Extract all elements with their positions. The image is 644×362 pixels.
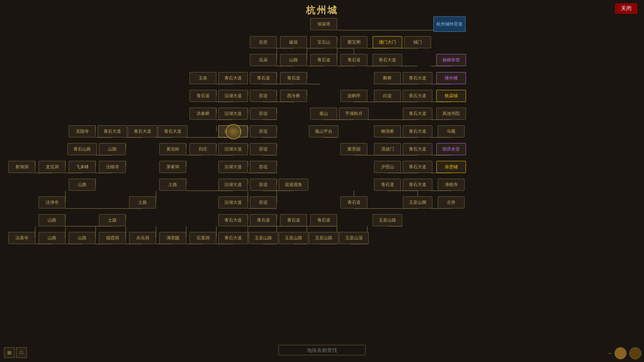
node-qingshidao4[interactable]: 青石道 xyxy=(250,72,277,84)
node-baoshishan[interactable]: 宝石山 xyxy=(310,36,337,48)
node-yanhuludadao3[interactable]: 沿湖大道 xyxy=(218,125,248,137)
node-duanqiao[interactable]: 断桥 xyxy=(374,72,401,84)
node-qingshidao10[interactable]: 青石道 xyxy=(280,214,307,226)
node-longhongdong[interactable]: 龙泓洞 xyxy=(39,161,65,173)
node-sudi2[interactable]: 苏堤 xyxy=(250,108,277,120)
node-shanlu5[interactable]: 山路 xyxy=(39,232,65,244)
node-yanhuludadao5[interactable]: 沿湖大道 xyxy=(218,161,248,173)
node-gushan[interactable]: 孤山 xyxy=(310,108,337,120)
node-xizhaoshan[interactable]: 夕照山 xyxy=(374,161,401,173)
node-fahisi[interactable]: 法喜寺 xyxy=(8,232,35,244)
node-yuhuangshanlu3[interactable]: 玉皇山路 xyxy=(279,232,308,244)
icon-box2[interactable]: □ xyxy=(16,347,27,358)
node-yuefen[interactable]: 岳坟 xyxy=(250,36,277,48)
node-qingshidao7[interactable]: 青石道 xyxy=(374,179,401,191)
node-tulu3[interactable]: 土路 xyxy=(99,214,126,226)
node-liulangqiao[interactable]: 柳浪桥 xyxy=(374,125,401,137)
node-sudi3[interactable]: 苏堤 xyxy=(250,125,277,137)
node-shuiledong[interactable]: 水乐洞 xyxy=(129,232,156,244)
node-lingyin[interactable]: 灵隐寺 xyxy=(69,125,96,137)
node-hangzhouwaiguandao[interactable]: 杭州城外官道 xyxy=(433,16,466,32)
node-qingshidadao1[interactable]: 青石大道 xyxy=(218,72,248,84)
node-qingshidadao11[interactable]: 青石大道 xyxy=(403,179,432,191)
node-gujing[interactable]: 古井 xyxy=(438,196,465,208)
node-shanlu2[interactable]: 山路 xyxy=(99,143,126,155)
node-hongchunqiao[interactable]: 洪春桥 xyxy=(190,108,216,120)
node-qingshidadao2[interactable]: 青石大道 xyxy=(403,72,432,84)
node-shanlu6[interactable]: 山路 xyxy=(69,232,96,244)
node-qingshidadao6[interactable]: 青石大道 xyxy=(128,125,157,137)
node-yuhuangshanlu2[interactable]: 玉皇山路 xyxy=(249,232,278,244)
node-yanxiadong[interactable]: 烟霞洞 xyxy=(99,232,126,244)
node-qingshidadao7[interactable]: 青石大道 xyxy=(158,125,187,137)
node-sudi1[interactable]: 苏堤 xyxy=(250,90,277,102)
node-huagangguanyu[interactable]: 花港观鱼 xyxy=(279,179,308,191)
node-qingshidao6[interactable]: 青石道 xyxy=(190,90,216,102)
node-qingbomen[interactable]: 清波门 xyxy=(374,143,401,155)
node-fanghetang[interactable]: 放鹤亭 xyxy=(340,90,367,102)
node-yongmendamen[interactable]: 涌门大门 xyxy=(373,36,402,48)
node-louwailou[interactable]: 楼外楼 xyxy=(436,72,466,84)
node-fajingsi2[interactable]: 法净寺 xyxy=(39,196,65,208)
node-qingshidadao12[interactable]: 青石大道 xyxy=(218,214,248,226)
close-button[interactable]: 关闭 xyxy=(615,3,637,14)
node-qingshishanlu[interactable]: 青石山路 xyxy=(67,143,97,155)
node-yuemiao[interactable]: 岳庙 xyxy=(250,54,277,66)
node-yuhuangshanlu4[interactable]: 玉皇山路 xyxy=(309,232,338,244)
node-shifangdong[interactable]: 石屋洞 xyxy=(190,232,216,244)
node-shanlu1[interactable]: 山路 xyxy=(280,54,307,66)
node-tulu2[interactable]: 土路 xyxy=(129,196,156,208)
node-qingshidao11[interactable]: 青石道 xyxy=(310,214,337,226)
node-yanhuludadao2[interactable]: 沿湖大道 xyxy=(218,108,248,120)
node-zahuo[interactable]: 杂货铺 xyxy=(436,161,466,173)
node-qingshidao2[interactable]: 青石道 xyxy=(340,54,367,66)
node-qingshidao8[interactable]: 青石道 xyxy=(340,196,367,208)
node-yuhuangshanji[interactable]: 玉皇山脚 xyxy=(403,196,432,208)
node-tiesuanzhen[interactable]: 铁蒜镇 xyxy=(436,90,466,102)
node-qingshidadao10[interactable]: 青石大道 xyxy=(403,161,432,173)
node-fengchishuyuan[interactable]: 凤池书院 xyxy=(436,108,466,120)
node-shanlu4[interactable]: 山路 xyxy=(39,214,65,226)
node-qingshidadao9[interactable]: 青石大道 xyxy=(403,143,432,155)
node-baosuta[interactable]: 保淑塔 xyxy=(310,18,337,30)
node-huqingyutang[interactable]: 胡庆余堂 xyxy=(436,143,466,155)
node-sudi6[interactable]: 苏堤 xyxy=(250,179,277,191)
icon-grid[interactable]: ⊞ xyxy=(4,347,15,358)
node-pinghuqiuyue[interactable]: 平湖秋月 xyxy=(339,108,369,120)
node-shanlu3[interactable]: 山路 xyxy=(69,179,96,191)
node-qingshidadao5[interactable]: 青石大道 xyxy=(98,125,127,137)
node-baidi[interactable]: 白堤 xyxy=(374,90,401,102)
node-sudi4[interactable]: 苏堤 xyxy=(250,143,277,155)
node-liuzhuang[interactable]: 刘庄 xyxy=(190,143,216,155)
node-qingshidao5[interactable]: 青石道 xyxy=(280,72,307,84)
node-feilaifeng[interactable]: 飞来峰 xyxy=(69,161,96,173)
node-chengmen[interactable]: 城门 xyxy=(404,36,431,48)
node-yuhuangshanlv[interactable]: 玉皇山路 xyxy=(373,214,402,226)
node-tulu1[interactable]: 土路 xyxy=(159,179,186,191)
node-jujingyuan[interactable]: 聚景园 xyxy=(340,143,367,155)
node-yanhuludadao7[interactable]: 沿湖大道 xyxy=(218,196,248,208)
node-mafang[interactable]: 马厩 xyxy=(438,125,465,137)
node-yanhuludadao4[interactable]: 沿湖大道 xyxy=(218,143,248,155)
node-jingcisi[interactable]: 净慈寺 xyxy=(438,179,465,191)
node-maojiakeng[interactable]: 茅家埠 xyxy=(159,161,186,173)
node-qingshidadao8[interactable]: 青石大道 xyxy=(403,125,432,137)
node-gushanplatform[interactable]: 孤山平台 xyxy=(309,125,338,137)
node-yanhuludadao1[interactable]: 沿湖大道 xyxy=(218,90,248,102)
node-xilengqiao[interactable]: 西泠桥 xyxy=(280,90,307,102)
node-yanhuludadao6[interactable]: 沿湖大道 xyxy=(218,179,248,191)
node-yangliucha[interactable]: 杨柳茶馆 xyxy=(436,54,466,66)
node-qingshidadao3[interactable]: 青石大道 xyxy=(403,90,432,102)
zoom-out[interactable]: − xyxy=(608,350,612,357)
node-sudi5[interactable]: 苏堤 xyxy=(250,161,277,173)
search-input[interactable] xyxy=(278,345,366,355)
node-qingshidao1[interactable]: 青石道 xyxy=(310,54,337,66)
node-manjueyuan[interactable]: 满觉陇 xyxy=(159,232,186,244)
node-sudi7[interactable]: 苏堤 xyxy=(250,196,277,208)
node-fajingsi[interactable]: 法镜寺 xyxy=(99,161,126,173)
node-huangniling[interactable]: 黄泥岭 xyxy=(159,143,186,155)
node-qingshidao9[interactable]: 青石道 xyxy=(250,214,277,226)
node-yuquan[interactable]: 玉泉 xyxy=(190,72,216,84)
node-qingshidadao13[interactable]: 青石大道 xyxy=(218,232,248,244)
node-qingshidadao4[interactable]: 青石大道 xyxy=(403,108,432,120)
